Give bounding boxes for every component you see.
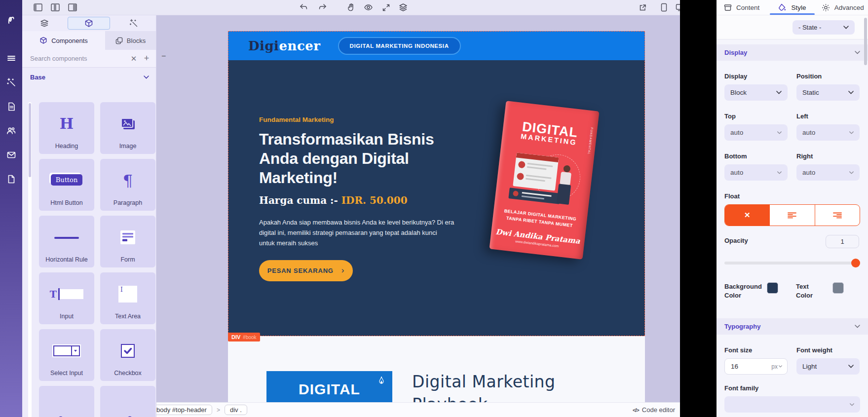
undo-icon[interactable] (299, 2, 308, 12)
search-input[interactable] (30, 55, 125, 62)
page-preview[interactable]: DIV #book Digiencer DIGITAL MARKETING IN… (228, 31, 645, 402)
component-card-form[interactable]: Form (100, 216, 155, 267)
component-card-paragraph[interactable]: ¶ Paragraph (100, 159, 155, 211)
hero-title: Transformasikan Bisnis Anda dengan Digit… (259, 130, 454, 188)
top-select[interactable]: auto (724, 124, 788, 141)
state-selector[interactable]: - State - (793, 20, 855, 35)
chevron-down-icon (144, 76, 149, 79)
magic-wand-icon[interactable] (6, 77, 17, 88)
chevron-down-icon (776, 91, 782, 94)
black-divider (680, 0, 717, 417)
editor-canvas[interactable]: − DIV #book Digiencer DIGITAL MARKETING … (156, 15, 680, 402)
tab-style[interactable]: Style (767, 0, 817, 15)
link-icon (119, 414, 136, 417)
section-typography[interactable]: Typography (717, 318, 868, 335)
right-select[interactable]: auto (796, 164, 860, 181)
section2-heading: Digital Marketing Playbook (412, 371, 555, 402)
hero-price: Harga cuma :- IDR. 50.000 (259, 194, 454, 206)
tab-components-list[interactable]: Components (22, 31, 105, 50)
component-card-checkbox[interactable]: Checkbox (100, 329, 155, 381)
header-badge[interactable]: DIGITAL MARKETING INDONESIA (338, 37, 461, 55)
selection-tag: DIV (231, 334, 240, 340)
left-panel: Components Blocks ✕ + Base H Heading (22, 15, 156, 417)
site-header[interactable]: Digiencer DIGITAL MARKETING INDONESIA (228, 31, 645, 60)
tab-traits[interactable] (113, 17, 155, 30)
devices-icon[interactable] (675, 2, 680, 12)
component-card-heading[interactable]: H Heading (39, 102, 94, 154)
add-icon[interactable]: + (142, 54, 151, 63)
component-card-radio[interactable] (39, 386, 94, 417)
panel-layout-right-icon[interactable] (68, 2, 77, 12)
float-none-button[interactable]: ✕ (725, 205, 769, 226)
layers-stack-icon[interactable] (398, 2, 408, 12)
fullscreen-icon[interactable] (381, 2, 391, 12)
users-icon[interactable] (6, 125, 17, 136)
float-left-button[interactable] (769, 205, 814, 226)
background-color-swatch[interactable] (767, 282, 778, 294)
mail-icon[interactable] (6, 150, 17, 160)
panel-layout-split-icon[interactable] (50, 2, 60, 12)
font-weight-label: Font weight (796, 346, 860, 354)
left-select[interactable]: auto (796, 124, 860, 141)
tab-advanced[interactable]: Advanced (818, 0, 868, 15)
opacity-slider[interactable] (724, 259, 860, 267)
chevron-down-icon (849, 171, 854, 174)
select-input-icon (52, 344, 81, 358)
tab-blocks-list[interactable]: Blocks (105, 31, 156, 50)
component-card-input[interactable]: T Input (39, 272, 94, 324)
font-weight-select[interactable]: Light (796, 358, 860, 375)
redo-icon[interactable] (318, 2, 328, 12)
component-card-image[interactable]: Image (100, 102, 155, 154)
radio-icon (57, 416, 76, 417)
tab-content[interactable]: Content (717, 0, 767, 15)
panel-layout-left-icon[interactable] (33, 2, 43, 12)
breadcrumb-item-body[interactable]: body #top-header (156, 405, 212, 415)
component-card-text-area[interactable]: I Text Area (100, 272, 155, 324)
preview-eye-icon[interactable] (363, 2, 373, 12)
right-panel-tabs: Content Style Advanced (717, 0, 868, 15)
category-label: Base (30, 74, 45, 81)
display-select[interactable]: Block (724, 84, 788, 101)
tab-layers[interactable] (23, 17, 66, 30)
right-panel-scrollbar[interactable] (864, 18, 867, 65)
tab-components[interactable] (68, 17, 110, 30)
cta-button[interactable]: PESAN SEKARANG › (259, 260, 353, 281)
second-section[interactable]: DIGITAL Digital Marketing Playbook (228, 336, 645, 402)
component-card-html-button[interactable]: Button Html Button (39, 159, 94, 211)
font-family-select[interactable] (724, 396, 860, 413)
chevron-down-icon (777, 131, 782, 134)
bottom-select[interactable]: auto (724, 164, 788, 181)
hand-tool-icon[interactable] (346, 2, 356, 12)
text-color-swatch[interactable] (832, 282, 844, 294)
font-size-input[interactable]: 16 px (724, 358, 788, 375)
open-external-icon[interactable] (638, 2, 647, 12)
menu-icon[interactable] (6, 53, 17, 64)
hero-section[interactable]: Fundamental Marketing Transformasikan Bi… (228, 60, 645, 336)
color-row: Background Color Text Color (724, 282, 860, 300)
panel-collapse-icon[interactable]: − (161, 52, 166, 61)
component-card-horizontal-rule[interactable]: Horizontal Rule (39, 216, 94, 267)
position-select[interactable]: Static (796, 84, 860, 101)
cta-arrow-icon: › (341, 265, 344, 275)
component-card-link[interactable] (100, 386, 155, 417)
selection-badge: DIV #book (228, 333, 260, 341)
components-list: H Heading Image Button Html Button ¶ Par… (22, 86, 156, 417)
category-base[interactable]: Base (22, 68, 156, 86)
bottom-label: Bottom (724, 152, 788, 160)
float-right-button[interactable] (815, 205, 860, 226)
section-display[interactable]: Display (717, 44, 868, 61)
mobile-view-icon[interactable] (659, 2, 669, 12)
opacity-input[interactable]: 1 (826, 235, 859, 248)
document-text-icon[interactable] (6, 101, 17, 112)
code-editor-button[interactable]: </> Code editor (633, 406, 675, 414)
app-logo-icon[interactable] (6, 15, 17, 26)
blocks-tab-label: Blocks (127, 37, 146, 44)
file-icon[interactable] (6, 174, 17, 185)
breadcrumb-item-div[interactable]: div . (225, 405, 247, 415)
component-card-select-input[interactable]: Select Input (39, 329, 94, 381)
slider-thumb[interactable] (851, 259, 860, 267)
left-rail (0, 0, 22, 417)
clear-search-icon[interactable]: ✕ (129, 54, 138, 63)
components-scrollbar[interactable] (28, 102, 32, 417)
playbook-cover-image: DIGITAL (266, 371, 392, 402)
